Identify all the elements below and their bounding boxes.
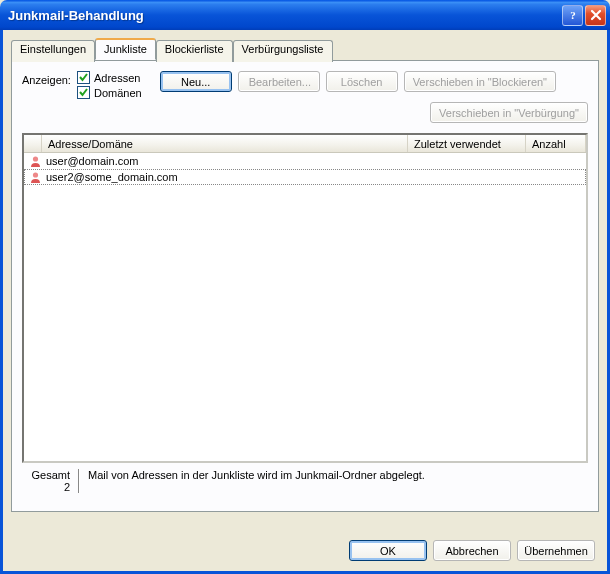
titlebar-buttons: ? [562, 5, 606, 26]
list-body[interactable]: user@domain.com user2@some_domain.com [24, 153, 586, 461]
checkbox-adressen-label: Adressen [94, 72, 140, 84]
list-box: Adresse/Domäne Zuletzt verwendet Anzahl … [22, 133, 588, 463]
svg-text:?: ? [570, 9, 576, 21]
column-header-zuletzt[interactable]: Zuletzt verwendet [408, 135, 526, 152]
column-header-anzahl[interactable]: Anzahl [526, 135, 586, 152]
loeschen-button[interactable]: Löschen [326, 71, 398, 92]
verschieben-blockieren-button[interactable]: Verschieben in "Blockieren" [404, 71, 556, 92]
checkbox-domaenen[interactable] [77, 86, 90, 99]
checkbox-adressen-row[interactable]: Adressen [77, 71, 142, 84]
verschieben-verbuergung-button[interactable]: Verschieben in "Verbürgung" [430, 102, 588, 123]
footer-description: Mail von Adressen in der Junkliste wird … [88, 469, 425, 481]
gesamt-label: Gesamt [22, 469, 70, 481]
neu-button[interactable]: Neu... [160, 71, 232, 92]
tab-einstellungen[interactable]: Einstellungen [11, 40, 95, 62]
column-header-adresse[interactable]: Adresse/Domäne [42, 135, 408, 152]
checkbox-group: Adressen Domänen [77, 71, 142, 99]
tab-verbuergungsliste[interactable]: Verbürgungsliste [233, 40, 333, 62]
titlebar: Junkmail-Behandlung ? [0, 0, 610, 30]
checkbox-domaenen-label: Domänen [94, 87, 142, 99]
person-icon [28, 170, 42, 184]
close-button[interactable] [585, 5, 606, 26]
checkbox-adressen[interactable] [77, 71, 90, 84]
footer-divider [78, 469, 80, 493]
row-address: user@domain.com [46, 155, 138, 167]
tabstrip: Einstellungen Junkliste Blockierliste Ve… [11, 38, 599, 60]
list-item[interactable]: user2@some_domain.com [24, 169, 586, 185]
gesamt-value: 2 [22, 481, 70, 493]
gesamt-block: Gesamt 2 [22, 469, 70, 493]
help-button[interactable]: ? [562, 5, 583, 26]
checkbox-domaenen-row[interactable]: Domänen [77, 86, 142, 99]
window-body: Einstellungen Junkliste Blockierliste Ve… [0, 30, 610, 574]
list-header: Adresse/Domäne Zuletzt verwendet Anzahl [24, 135, 586, 153]
tab-blockierliste[interactable]: Blockierliste [156, 40, 233, 62]
footer: Gesamt 2 Mail von Adressen in der Junkli… [22, 469, 588, 493]
cancel-button[interactable]: Abbrechen [433, 540, 511, 561]
tabpanel: Anzeigen: Adressen Domänen Neu... [11, 60, 599, 512]
apply-button[interactable]: Übernehmen [517, 540, 595, 561]
anzeigen-label: Anzeigen: [22, 71, 71, 86]
row-address: user2@some_domain.com [46, 171, 178, 183]
list-item[interactable]: user@domain.com [24, 153, 586, 169]
person-icon [28, 154, 42, 168]
window-title: Junkmail-Behandlung [8, 8, 562, 23]
svg-point-1 [32, 156, 37, 161]
ok-button[interactable]: OK [349, 540, 427, 561]
button-bar: Neu... Bearbeiten... Löschen Verschieben… [160, 71, 588, 123]
dialog-buttons: OK Abbrechen Übernehmen [349, 540, 595, 561]
column-header-icon[interactable] [24, 135, 42, 152]
svg-point-2 [32, 172, 37, 177]
bearbeiten-button[interactable]: Bearbeiten... [238, 71, 320, 92]
tab-junkliste[interactable]: Junkliste [95, 38, 156, 60]
top-row: Anzeigen: Adressen Domänen Neu... [22, 71, 588, 123]
